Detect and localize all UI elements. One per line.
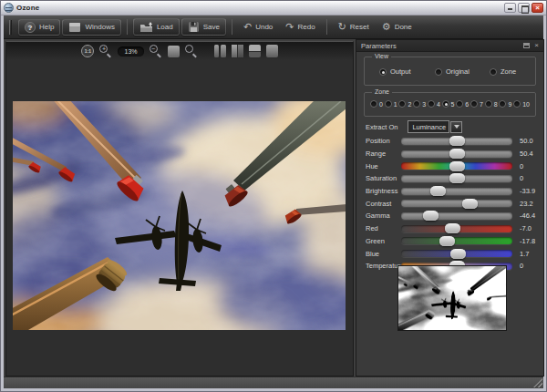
slider-handle[interactable] — [423, 211, 439, 221]
zone-radio-3[interactable]: 3 — [413, 100, 426, 108]
zone-radio-8[interactable]: 8 — [485, 100, 498, 108]
slider-track[interactable] — [401, 237, 512, 244]
close-button[interactable]: × — [532, 3, 543, 13]
radio-icon — [490, 68, 497, 76]
app-icon — [4, 3, 14, 13]
slider-handle[interactable] — [449, 173, 465, 183]
slider-value: 23.2 — [520, 200, 533, 208]
radio-icon — [379, 68, 387, 76]
toolbar-separator — [127, 19, 128, 35]
radio-zone-view[interactable]: Zone — [490, 67, 516, 76]
select-arrow-icon[interactable] — [450, 121, 462, 133]
view-hsplit-button[interactable] — [249, 45, 261, 57]
zone-preview-thumbnail — [398, 266, 506, 330]
extract-on-row: Extract On Luminance — [366, 120, 462, 133]
toolbar-grip[interactable] — [9, 20, 12, 35]
zone-radio-0[interactable]: 0 — [370, 100, 383, 108]
zone-group: Zone 0 1 2 3 4 5 6 7 8 9 10 — [364, 92, 536, 117]
slider-track[interactable] — [401, 150, 512, 158]
load-button[interactable]: Load — [133, 18, 180, 36]
slider-value: -33.9 — [520, 187, 535, 195]
slider-handle[interactable] — [449, 136, 465, 146]
slider-value: -17.8 — [520, 237, 535, 245]
actual-size-button[interactable]: 1:1 — [81, 45, 94, 57]
zoom-in-button[interactable]: + — [99, 45, 112, 57]
slider-handle[interactable] — [439, 236, 455, 246]
slider-contrast: Contrast 23.2 — [356, 197, 543, 210]
zone-radio-4[interactable]: 4 — [428, 100, 440, 108]
slider-track[interactable] — [401, 162, 512, 170]
radio-original[interactable]: Original — [435, 67, 470, 76]
slider-handle[interactable] — [462, 199, 478, 209]
slider-value: 1.7 — [520, 250, 529, 258]
help-icon: ? — [25, 22, 36, 33]
zone-radio-9[interactable]: 9 — [499, 100, 511, 108]
slider-handle[interactable] — [445, 223, 460, 233]
slider-value: 0 — [520, 262, 523, 270]
slider-saturation: Saturation 0 — [356, 172, 543, 185]
zoom-toolbar: 1:1 + 13% − — [6, 42, 353, 60]
view-split-pane-button[interactable] — [232, 45, 243, 57]
slider-track[interactable] — [401, 138, 512, 145]
done-button[interactable]: ⚙ Done — [377, 20, 418, 34]
panel-close-icon[interactable]: × — [534, 42, 539, 49]
dock-icon[interactable] — [523, 43, 530, 48]
extract-on-select[interactable]: Luminance — [408, 120, 449, 133]
slider-value: 0 — [520, 174, 523, 182]
resize-grip[interactable] — [533, 378, 542, 387]
slider-handle[interactable] — [449, 149, 465, 159]
slider-gamma: Gamma -46.4 — [356, 210, 543, 222]
slider-value: 0 — [520, 162, 523, 170]
reset-button[interactable]: ↻ Reset — [333, 20, 375, 34]
minimize-button[interactable] — [504, 3, 516, 13]
slider-track[interactable] — [401, 225, 512, 232]
zone-radio-10[interactable]: 10 — [513, 100, 530, 108]
slider-value: 50.0 — [520, 137, 533, 145]
title-bar[interactable]: Ozone × — [1, 1, 546, 15]
toolbar-separator — [326, 19, 327, 35]
undo-button[interactable]: ↶ Undo — [238, 20, 278, 34]
zone-radio-1[interactable]: 1 — [385, 100, 397, 108]
help-button[interactable]: ? Help — [18, 19, 60, 36]
zoom-out-button[interactable]: − — [150, 45, 162, 57]
compare-view-button[interactable] — [168, 46, 180, 57]
slider-red: Red -7.0 — [356, 222, 543, 235]
app-window: Ozone × ? Help Windows Load — [0, 0, 547, 392]
parameters-panel: Parameters × View Output Original Zo — [356, 39, 544, 377]
parameters-title: Parameters — [361, 42, 397, 50]
maximize-button[interactable] — [518, 3, 530, 13]
magnifier-button[interactable] — [185, 45, 198, 57]
slider-handle[interactable] — [430, 186, 446, 196]
search-icon — [185, 45, 193, 53]
slider-hue: Hue 0 — [356, 160, 543, 172]
one-to-one-icon: 1:1 — [81, 45, 94, 57]
slider-track[interactable] — [401, 212, 512, 220]
zone-radio-7[interactable]: 7 — [470, 100, 483, 108]
windows-button[interactable]: Windows — [62, 19, 120, 36]
dual-pane-icon — [214, 45, 220, 57]
zoom-in-icon: + — [99, 45, 108, 53]
zone-radio-6[interactable]: 6 — [456, 100, 469, 108]
app-body: ? Help Windows Load Save ↶ Undo ↷ — [4, 15, 543, 388]
radio-output[interactable]: Output — [379, 67, 411, 76]
slider-track[interactable] — [401, 200, 512, 207]
slider-track[interactable] — [401, 175, 512, 182]
parameters-header[interactable]: Parameters × — [356, 40, 543, 52]
zoom-level-badge: 13% — [118, 46, 143, 57]
slider-position: Position 50.0 — [356, 135, 543, 148]
zone-radio-5[interactable]: 5 — [442, 100, 455, 108]
reset-icon: ↻ — [338, 22, 346, 32]
slider-handle[interactable] — [449, 161, 465, 171]
save-button[interactable]: Save — [181, 18, 226, 36]
slider-value: 50.4 — [520, 150, 533, 158]
redo-button[interactable]: ↷ Redo — [280, 20, 320, 34]
view-single-pane-button[interactable] — [266, 45, 278, 57]
slider-track[interactable] — [401, 250, 512, 257]
main-toolbar: ? Help Windows Load Save ↶ Undo ↷ — [4, 15, 543, 39]
slider-stack: Position 50.0 Range 50.4 Hue 0 Saturatio… — [356, 135, 543, 273]
zone-radio-2[interactable]: 2 — [398, 100, 411, 108]
slider-value: -7.0 — [520, 224, 532, 232]
slider-handle[interactable] — [450, 249, 466, 259]
view-dual-pane-button[interactable] — [214, 45, 226, 57]
slider-track[interactable] — [401, 188, 512, 195]
